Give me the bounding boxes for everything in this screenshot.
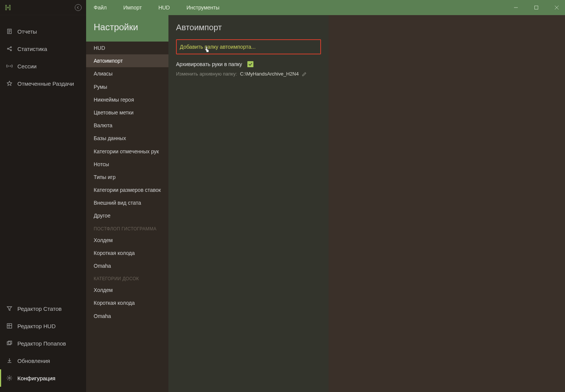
close-button[interactable] — [551, 2, 563, 13]
settings-item[interactable]: HUD — [86, 42, 168, 54]
content-row: Настройки HUDАвтоимпортАлиасыРумыНикнейм… — [86, 15, 565, 392]
menu-hud[interactable]: HUD — [158, 5, 170, 11]
download-icon — [6, 357, 13, 364]
sidebar-item-label: Редактор Попапов — [17, 340, 66, 347]
settings-item[interactable]: Автоимпорт — [86, 54, 168, 67]
share-icon — [6, 45, 13, 52]
window-controls — [510, 0, 563, 15]
sidebar-item-label: Редактор Статов — [17, 306, 62, 312]
sidebar-item-label: Сессии — [17, 63, 37, 69]
star-icon — [6, 80, 13, 87]
settings-item[interactable]: Omaha — [86, 310, 168, 323]
settings-item[interactable]: Румы — [86, 80, 168, 93]
settings-category: КАТЕГОРИИ ДОСОК — [86, 272, 168, 284]
left-sidebar: ОтчетыСтатистикаСессииОтмеченные Раздачи… — [0, 0, 86, 392]
settings-title: Настройки — [86, 15, 168, 42]
settings-item[interactable]: Никнеймы героя — [86, 93, 168, 106]
sidebar-item-label: Обновления — [17, 358, 50, 364]
archive-path-value: C:\MyHandsArchive_H2N4 — [240, 71, 299, 77]
sidebar-collapse-icon[interactable] — [75, 4, 82, 11]
archive-change-label: Изменить архивную папку: — [176, 71, 237, 77]
sidebar-item-updates[interactable]: Обновления — [0, 352, 86, 369]
sidebar-item-sessions[interactable]: Сессии — [0, 57, 86, 75]
settings-item[interactable]: Нотсы — [86, 158, 168, 171]
settings-item[interactable]: Категории размеров ставок — [86, 184, 168, 196]
archive-path-row: Изменить архивную папку: C:\MyHandsArchi… — [176, 69, 321, 78]
svg-rect-9 — [535, 6, 538, 9]
document-icon — [6, 28, 13, 35]
archive-enable-checkbox[interactable] — [247, 61, 253, 67]
sidebar-item-label: Статистика — [17, 46, 47, 52]
settings-item[interactable]: Категории отмеченных рук — [86, 145, 168, 158]
svg-rect-6 — [7, 342, 11, 345]
settings-item[interactable]: Типы игр — [86, 171, 168, 184]
menubar: Файл Импорт HUD Инструменты — [86, 0, 565, 15]
settings-item[interactable]: Базы данных — [86, 132, 168, 145]
sidebar-item-stats[interactable]: Статистика — [0, 40, 86, 57]
settings-item[interactable]: Цветовые метки — [86, 106, 168, 119]
settings-item[interactable]: Валюта — [86, 119, 168, 132]
windows-icon — [6, 340, 13, 347]
sidebar-nav-bottom: Редактор СтатовРедактор HUDРедактор Попа… — [0, 300, 86, 392]
settings-item[interactable]: Внешний вид стата — [86, 196, 168, 209]
panel-title: Автоимпорт — [176, 15, 321, 39]
sidebar-nav-top: ОтчетыСтатистикаСессииОтмеченные Раздачи — [0, 15, 86, 300]
svg-point-4 — [9, 66, 10, 66]
settings-item[interactable]: Холдем — [86, 284, 168, 296]
sidebar-item-popup-editor[interactable]: Редактор Попапов — [0, 335, 86, 352]
svg-point-2 — [11, 47, 12, 48]
add-autoimport-folder-link[interactable]: Добавить папку автоимпорта... — [180, 44, 256, 50]
add-folder-highlight: Добавить папку автоимпорта... — [176, 39, 321, 54]
gear-icon — [6, 375, 13, 381]
settings-item[interactable]: Алиасы — [86, 67, 168, 80]
minimize-button[interactable] — [510, 2, 522, 13]
app-logo-icon — [5, 4, 11, 11]
settings-column: Настройки HUDАвтоимпортАлиасыРумыНикнейм… — [86, 15, 168, 392]
sidebar-item-reports[interactable]: Отчеты — [0, 23, 86, 40]
sidebar-item-label: Редактор HUD — [17, 323, 56, 329]
settings-item[interactable]: Короткая колода — [86, 247, 168, 259]
settings-category: ПОСТФЛОП ГИСТОГРАММА — [86, 222, 168, 234]
sidebar-item-label: Отмеченные Раздачи — [17, 80, 74, 87]
edit-archive-path-icon[interactable] — [302, 71, 307, 77]
sidebar-item-stat-editor[interactable]: Редактор Статов — [0, 300, 86, 317]
svg-point-3 — [11, 50, 12, 51]
autoimport-panel: Автоимпорт Добавить папку автоимпорта...… — [168, 15, 329, 392]
sidebar-header — [0, 0, 86, 15]
main-area: Файл Импорт HUD Инструменты Настройки HU… — [86, 0, 565, 392]
menu-import[interactable]: Импорт — [123, 5, 142, 11]
sidebar-item-label: Конфигурация — [17, 375, 56, 381]
svg-point-8 — [9, 377, 10, 379]
menu-tools[interactable]: Инструменты — [187, 5, 219, 11]
settings-item[interactable]: Другое — [86, 209, 168, 222]
grid-icon — [6, 323, 13, 329]
sidebar-item-marked[interactable]: Отмеченные Раздачи — [0, 75, 86, 92]
svg-rect-5 — [7, 324, 12, 328]
sidebar-item-label: Отчеты — [17, 28, 37, 35]
archive-enable-label: Архивировать руки в папку — [176, 61, 242, 67]
settings-item[interactable]: Холдем — [86, 234, 168, 247]
svg-rect-7 — [8, 341, 12, 344]
settings-item[interactable]: Omaha — [86, 259, 168, 272]
sidebar-item-config[interactable]: Конфигурация — [0, 369, 86, 387]
broadcast-icon — [6, 63, 13, 69]
funnel-icon — [6, 305, 13, 312]
menu-file[interactable]: Файл — [94, 5, 107, 11]
maximize-button[interactable] — [530, 2, 542, 13]
sidebar-item-hud-editor[interactable]: Редактор HUD — [0, 317, 86, 335]
archive-enable-row: Архивировать руки в папку — [176, 59, 321, 69]
settings-list: HUDАвтоимпортАлиасыРумыНикнеймы герояЦве… — [86, 42, 168, 392]
settings-item[interactable]: Короткая колода — [86, 296, 168, 309]
svg-point-1 — [8, 48, 9, 49]
